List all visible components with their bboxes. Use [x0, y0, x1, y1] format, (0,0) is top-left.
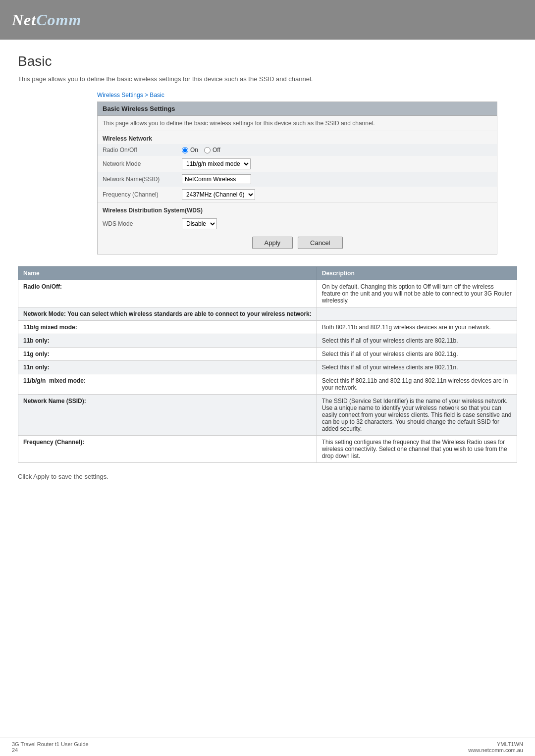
network-name-control — [182, 174, 251, 184]
footer: 3G Travel Router t1 User Guide 24 YMLT1W… — [0, 738, 535, 756]
radio-on-text: On — [190, 147, 198, 153]
table-row: Network Name (SSID): The SSID (Service S… — [18, 395, 517, 436]
table-row: 11n only: Select this if all of your wir… — [18, 361, 517, 374]
radio-on-input[interactable] — [182, 147, 188, 153]
settings-box-desc: This page allows you to define the basic… — [98, 116, 497, 131]
network-name-label: Network Name(SSID) — [103, 176, 182, 183]
row-desc: Select this if 802.11b and 802.11g and 8… — [317, 374, 517, 395]
table-row: 11/b/g/n mixed mode: Select this if 802.… — [18, 374, 517, 395]
frequency-channel-control: 2437MHz (Channel 6) — [182, 189, 255, 200]
network-mode-label: Network Mode — [103, 160, 182, 167]
network-mode-control: 11b/g/n mixed mode 11b only 11g only 11n… — [182, 158, 251, 169]
radio-off-input[interactable] — [204, 147, 211, 153]
main-content: Basic This page allows you to define the… — [0, 40, 535, 506]
wds-mode-select[interactable]: Disable Enable — [182, 218, 217, 229]
table-row: 11b/g mixed mode: Both 802.11b and 802.1… — [18, 321, 517, 334]
cancel-button[interactable]: Cancel — [298, 237, 342, 249]
page-title: Basic — [18, 53, 517, 69]
radio-off-label[interactable]: Off — [204, 147, 220, 153]
table-row: Frequency (Channel): This setting config… — [18, 436, 517, 463]
description-table: Name Description Radio On/Off: On by def… — [18, 266, 517, 463]
page-description: This page allows you to define the basic… — [18, 75, 517, 83]
frequency-channel-label: Frequency (Channel) — [103, 191, 182, 198]
click-note: Click Apply to save the settings. — [18, 473, 517, 480]
table-row: Radio On/Off: On by default. Changing th… — [18, 280, 517, 307]
radio-on-label[interactable]: On — [182, 147, 198, 153]
row-desc: On by default. Changing this option to O… — [317, 280, 517, 307]
button-row: Apply Cancel — [98, 232, 497, 254]
logo-net: Net — [12, 11, 36, 29]
wireless-network-section-header: Wireless Network — [98, 131, 497, 144]
row-desc — [317, 307, 517, 321]
wds-mode-label: WDS Mode — [103, 220, 182, 227]
frequency-channel-row: Frequency (Channel) 2437MHz (Channel 6) — [98, 187, 497, 202]
row-desc: Select this if all of your wireless clie… — [317, 334, 517, 348]
row-name: Network Mode: You can select which wirel… — [18, 307, 317, 321]
radio-off-text: Off — [213, 147, 220, 153]
wds-mode-row: WDS Mode Disable Enable — [98, 216, 497, 232]
breadcrumb: Wireless Settings > Basic — [97, 92, 497, 99]
row-desc: Select this if all of your wireless clie… — [317, 361, 517, 374]
row-name: 11g only: — [18, 348, 317, 361]
row-desc: The SSID (Service Set Identifier) is the… — [317, 395, 517, 436]
header: NetComm — [0, 0, 535, 40]
footer-right-line2: www.netcomm.com.au — [468, 747, 523, 753]
row-name: 11/b/g/n mixed mode: — [18, 374, 317, 395]
row-name: Network Name (SSID): — [18, 395, 317, 436]
footer-left-line2: 24 — [12, 747, 89, 753]
radio-onoff-control: On Off — [182, 147, 220, 153]
apply-button[interactable]: Apply — [252, 237, 293, 249]
network-name-input[interactable] — [182, 174, 251, 184]
settings-box: Basic Wireless Settings This page allows… — [97, 101, 497, 254]
row-name: Radio On/Off: — [18, 280, 317, 307]
col-name-header: Name — [18, 267, 317, 280]
row-desc: Both 802.11b and 802.11g wireless device… — [317, 321, 517, 334]
radio-onoff-row: Radio On/Off On Off — [98, 144, 497, 156]
settings-box-header: Basic Wireless Settings — [98, 102, 497, 116]
footer-left: 3G Travel Router t1 User Guide 24 — [12, 741, 89, 753]
footer-right: YMLT1WN www.netcomm.com.au — [468, 741, 523, 753]
network-name-row: Network Name(SSID) — [98, 172, 497, 187]
col-description-header: Description — [317, 267, 517, 280]
frequency-channel-select[interactable]: 2437MHz (Channel 6) — [182, 189, 255, 200]
footer-right-line1: YMLT1WN — [468, 741, 523, 747]
table-row: 11b only: Select this if all of your wir… — [18, 334, 517, 348]
table-row: Network Mode: You can select which wirel… — [18, 307, 517, 321]
footer-left-line1: 3G Travel Router t1 User Guide — [12, 741, 89, 747]
wds-section-header: Wireless Distribution System(WDS) — [98, 202, 497, 216]
logo: NetComm — [12, 11, 81, 29]
wds-mode-control: Disable Enable — [182, 218, 217, 229]
network-mode-row: Network Mode 11b/g/n mixed mode 11b only… — [98, 156, 497, 172]
row-desc: This setting configures the frequency th… — [317, 436, 517, 463]
logo-comm: Comm — [36, 11, 81, 29]
row-name: 11b/g mixed mode: — [18, 321, 317, 334]
row-desc: Select this if all of your wireless clie… — [317, 348, 517, 361]
radio-onoff-label: Radio On/Off — [103, 147, 182, 153]
row-name: Frequency (Channel): — [18, 436, 317, 463]
row-name: 11b only: — [18, 334, 317, 348]
table-row: 11g only: Select this if all of your wir… — [18, 348, 517, 361]
network-mode-select[interactable]: 11b/g/n mixed mode 11b only 11g only 11n… — [182, 158, 251, 169]
row-name: 11n only: — [18, 361, 317, 374]
settings-panel: Wireless Settings > Basic Basic Wireless… — [97, 92, 497, 254]
